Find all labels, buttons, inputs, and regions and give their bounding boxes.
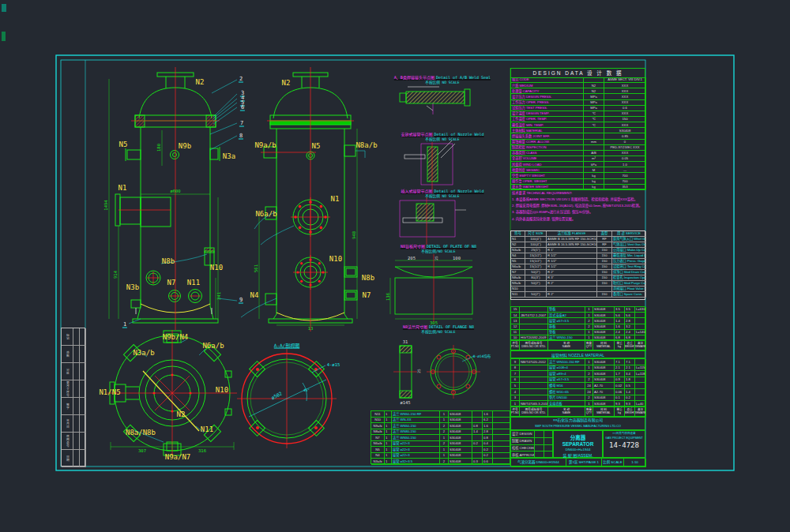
table-cell: 校核 CHECKED: [511, 445, 535, 452]
table-cell: S30408: [593, 324, 615, 330]
note-line: 技术要求 TECHNICAL REQUIREMENT:: [512, 190, 644, 197]
table-cell: [493, 441, 511, 448]
table-cell: [80, 346, 86, 363]
table-cell: N8a/b: [511, 275, 525, 281]
note-line: 3. 容器制成后以0.85MPa进行水压试验, 保压30分钟。: [512, 209, 644, 215]
table-cell: ℃: [584, 122, 604, 128]
table-cell: 1: [385, 441, 392, 448]
table-cell: 9: [511, 359, 520, 365]
table-cell: N7: [511, 270, 525, 275]
table-cell: L=630: [635, 307, 646, 313]
table-cell: [73, 328, 80, 346]
table-cell: kg: [584, 173, 604, 178]
signature-table: 设计 DESIGN制图 DRAWN校核 CHECKED审核 APPROVED: [510, 430, 553, 458]
table-cell: 14: [511, 313, 520, 318]
table-cell: 0.4: [483, 441, 493, 448]
drawing-type: 装 配 图/ASSEM.: [554, 452, 602, 458]
table-cell: 0.1: [615, 395, 625, 402]
table-cell: 50(2"): [525, 270, 547, 275]
table-cell: 用 途 SERVICE: [612, 231, 646, 237]
table-cell: [73, 433, 80, 450]
table-cell: 螺母 M16: [548, 383, 585, 389]
table-cell: [80, 450, 86, 467]
table-cell: 接管 ø22×3: [392, 441, 440, 448]
titleblock-center: 分离器 SEPARATOR DN600×H=1944 装 配 图/ASSEM.: [553, 430, 603, 458]
table-cell: L=115: [635, 365, 646, 372]
table-cell: 1: [385, 418, 392, 424]
table-cell: [493, 453, 511, 459]
table-cell: —: [604, 167, 646, 173]
table-cell: [80, 415, 86, 433]
table-cell: 150: [597, 248, 612, 253]
table-cell: 法兰标准 FLANGE: [547, 231, 597, 237]
table-cell: [472, 453, 483, 459]
table-cell: [584, 128, 604, 133]
table-cell: 15: [511, 307, 520, 313]
table-cell: XXX: [604, 94, 646, 99]
table-cell: 接管 ø22×3: [392, 453, 440, 459]
table-cell: [493, 418, 511, 424]
note-line: 1. 本设备按ASME SECTION VIII DIV.1 和图样制造、检验和…: [512, 197, 644, 203]
note-line: 4. 内外表面酸洗钝化处理, 铭牌位置见图。: [512, 216, 644, 223]
table-cell: [80, 398, 86, 415]
table-cell: 更改文件号: [62, 380, 73, 398]
table-cell: [80, 328, 86, 346]
table-cell: RF: [597, 242, 612, 248]
table-cell: [472, 411, 483, 418]
table-cell: 2: [585, 318, 593, 324]
table-cell: [535, 431, 544, 438]
table-cell: R 2": [547, 270, 597, 275]
table-cell: 15(1/2"): [525, 259, 547, 264]
table-cell: [493, 447, 511, 453]
table-cell: 1.6: [483, 411, 493, 418]
table-cell: 日期: [62, 450, 73, 467]
table-cell: 最低液位 Min. Liquid Level: [612, 253, 646, 259]
table-cell: N11: [511, 292, 525, 298]
table-cell: 150: [597, 259, 612, 264]
table-cell: 1: [385, 411, 392, 418]
table-cell: 24: [585, 383, 593, 389]
table-cell: 腐蚀裕量 CORR. ALLOW.: [511, 140, 584, 145]
table-cell: S30408: [593, 330, 615, 335]
table-cell: 风载荷 WIND LOAD: [511, 162, 584, 167]
table-cell: ℃: [584, 111, 604, 117]
table-cell: 150: [597, 292, 612, 298]
table-cell: 150: [597, 270, 612, 275]
table-cell: XXX: [604, 88, 646, 94]
table-cell: MPa: [584, 106, 604, 111]
table-cell: S30408: [449, 441, 472, 448]
table-cell: [635, 377, 646, 384]
table-cell: 12: [511, 324, 520, 330]
table-cell: ASME B 16.5-WN RF 150-SCH10S: [547, 242, 597, 248]
table-cell: 25(1"): [525, 248, 547, 253]
table-cell: [584, 145, 604, 151]
table-cell: S30408: [593, 307, 615, 313]
table-cell: 1: [440, 411, 449, 418]
table-cell: 7.1: [625, 359, 635, 365]
table-cell: 0.85: [604, 133, 646, 139]
table-cell: 2.1: [615, 365, 625, 372]
table-cell: [535, 445, 544, 452]
table-cell: [73, 346, 80, 363]
table-cell: 3.2: [625, 324, 635, 330]
table-cell: 5.6: [615, 313, 625, 318]
table-cell: N2: [584, 88, 604, 94]
table-cell: 尺寸 SIZE: [525, 231, 547, 237]
table-cell: 气体出口 Vent Gas Outlet: [612, 242, 646, 248]
table-cell: [635, 383, 646, 389]
table-cell: 2: [585, 371, 593, 377]
table-cell: 排净口 Skid Drain Conn.: [612, 270, 646, 275]
table-cell: 垫片 DN100: [548, 395, 585, 402]
table-cell: 公用接口 Make-Up Conn.: [612, 248, 646, 253]
table-cell: 1.4: [615, 318, 625, 324]
table-cell: 1: [585, 359, 593, 365]
table-cell: 0.6: [604, 106, 646, 111]
table-cell: R 1/2": [547, 264, 597, 270]
table-cell: 7.1: [615, 359, 625, 365]
table-cell: L=118: [635, 371, 646, 377]
table-cell: [73, 380, 80, 398]
table-cell: 2.1: [625, 365, 635, 372]
table-cell: 2: [585, 395, 593, 402]
table-cell: 13: [511, 318, 520, 324]
cad-canvas[interactable]: N2 N5 N9b N3a N1 N8b N10 N3b N7 N11 N2 N…: [0, 0, 790, 532]
